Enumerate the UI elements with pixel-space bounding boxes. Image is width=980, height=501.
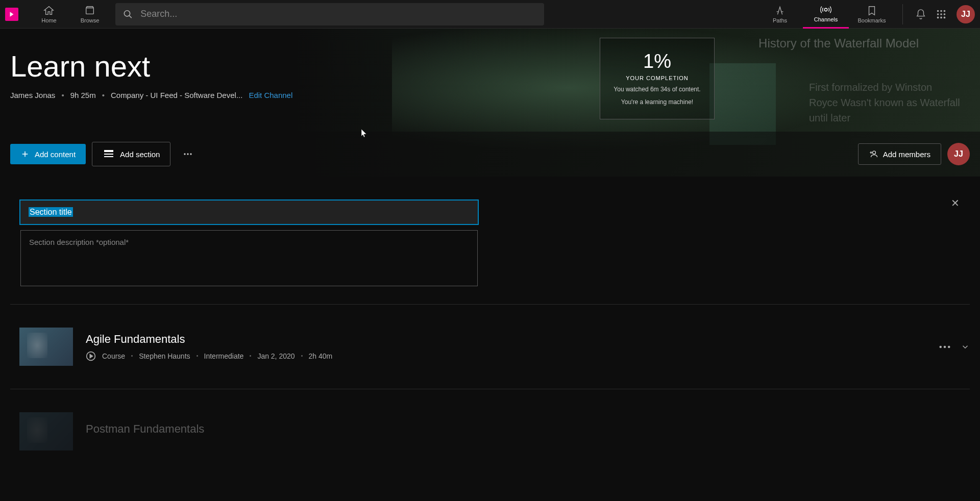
hero: History of the Waterfall Model First for… (0, 29, 980, 177)
separator: • (102, 91, 105, 99)
section-description-input[interactable] (20, 230, 478, 286)
chevron-down-icon[interactable] (961, 342, 970, 352)
browse-icon (84, 5, 95, 16)
nav-left: Home Browse (29, 0, 110, 29)
channels-icon (820, 4, 831, 15)
add-members-button[interactable]: Add members (858, 143, 941, 165)
item-more-icon[interactable] (939, 345, 950, 348)
svg-point-15 (187, 153, 189, 155)
svg-point-1 (824, 8, 827, 11)
page-title: Learn next (10, 49, 970, 83)
section-editor: ✕ Section title (10, 192, 970, 294)
content-level: Intermediate (204, 352, 244, 360)
section-title-input[interactable]: Section title (19, 199, 479, 225)
add-section-label: Add section (120, 150, 160, 159)
channel-duration: 9h 25m (70, 91, 96, 99)
dot (197, 355, 198, 357)
more-actions-button[interactable] (177, 143, 199, 165)
divider (10, 304, 970, 305)
separator: • (61, 91, 64, 99)
divider (10, 389, 970, 389)
section-title-value: Section title (29, 207, 73, 217)
svg-point-14 (184, 153, 186, 155)
user-avatar[interactable]: JJ (957, 5, 975, 23)
content-actions (939, 342, 970, 352)
svg-point-21 (948, 345, 950, 348)
svg-point-2 (937, 10, 939, 12)
content-item[interactable]: Agile Fundamentals Course Stephen Haunts… (0, 315, 980, 379)
content-duration: 2h 40m (309, 352, 333, 360)
svg-point-5 (937, 13, 939, 15)
svg-rect-13 (104, 156, 113, 157)
logo[interactable] (5, 8, 18, 21)
svg-point-19 (939, 345, 942, 348)
add-content-button[interactable]: Add content (10, 144, 86, 164)
notifications-button[interactable] (911, 4, 931, 24)
nav-paths[interactable]: Paths (757, 0, 803, 29)
content-info: Postman Fundamentals (86, 422, 970, 441)
svg-point-8 (937, 16, 939, 18)
dot (301, 355, 303, 357)
edit-channel-link[interactable]: Edit Channel (249, 91, 292, 99)
home-icon (43, 5, 55, 16)
action-bar: Add content Add section Add members JJ (0, 132, 980, 177)
bell-icon (915, 9, 926, 20)
search-container[interactable] (115, 3, 544, 26)
completion-text-2: You're a learning machine! (621, 98, 693, 107)
ellipsis-icon (183, 153, 193, 155)
svg-point-17 (872, 151, 875, 154)
svg-point-7 (944, 13, 946, 15)
add-members-label: Add members (883, 150, 930, 159)
content-item-faded[interactable]: Postman Fundamentals (0, 399, 980, 463)
svg-point-4 (944, 10, 946, 12)
content-thumbnail (19, 328, 73, 366)
svg-point-20 (944, 345, 946, 348)
bg-slide-text: First formalized by Winston Royce Wasn't… (809, 80, 962, 126)
nav-paths-label: Paths (773, 17, 787, 23)
content-title: Postman Fundamentals (86, 422, 970, 436)
nav-browse-label: Browse (81, 17, 100, 23)
dot (131, 355, 133, 357)
add-user-icon (869, 149, 878, 159)
apps-grid-icon (936, 9, 947, 20)
svg-point-16 (190, 153, 192, 155)
nav-channels-label: Channels (814, 16, 838, 22)
nav-channels[interactable]: Channels (803, 0, 849, 29)
breadcrumb: Company - UI Feed - Software Devel... (111, 91, 242, 99)
content-thumbnail (19, 412, 73, 450)
nav-right: Paths Channels Bookmarks JJ (757, 0, 975, 29)
nav-bookmarks[interactable]: Bookmarks (849, 0, 895, 29)
content-meta: Course Stephen Haunts Intermediate Jan 2… (86, 351, 926, 361)
nav-home-label: Home (41, 17, 56, 23)
add-section-button[interactable]: Add section (92, 142, 170, 166)
apps-button[interactable] (931, 4, 951, 24)
completion-text-1: You watched 6m 34s of content. (614, 85, 700, 94)
content-author: Stephen Haunts (139, 352, 190, 360)
content-info: Agile Fundamentals Course Stephen Haunts… (86, 333, 926, 361)
nav-bookmarks-label: Bookmarks (857, 17, 886, 23)
author-name: James Jonas (10, 91, 55, 99)
bg-slide-title: History of the Waterfall Model (758, 36, 919, 51)
completion-percentage: 1% (643, 51, 671, 72)
content-title: Agile Fundamentals (86, 333, 926, 346)
completion-card: 1% YOUR COMPLETION You watched 6m 34s of… (600, 38, 715, 119)
play-icon (86, 351, 96, 361)
paths-icon (774, 5, 786, 16)
search-input[interactable] (140, 9, 536, 19)
close-section-button[interactable]: ✕ (951, 197, 960, 209)
section-icon (103, 148, 115, 160)
divider (902, 4, 903, 24)
svg-rect-0 (86, 8, 94, 14)
nav-home[interactable]: Home (29, 0, 69, 29)
svg-rect-12 (104, 154, 113, 155)
content-date: Jan 2, 2020 (257, 352, 295, 360)
dot (250, 355, 251, 357)
search-icon (123, 9, 133, 19)
completion-label: YOUR COMPLETION (626, 75, 689, 81)
member-avatar[interactable]: JJ (947, 143, 970, 165)
content-type: Course (102, 352, 125, 360)
bookmarks-icon (866, 5, 877, 16)
svg-rect-11 (104, 150, 113, 152)
nav-browse[interactable]: Browse (69, 0, 110, 29)
header: Home Browse Paths Channels Bookmarks J (0, 0, 980, 29)
